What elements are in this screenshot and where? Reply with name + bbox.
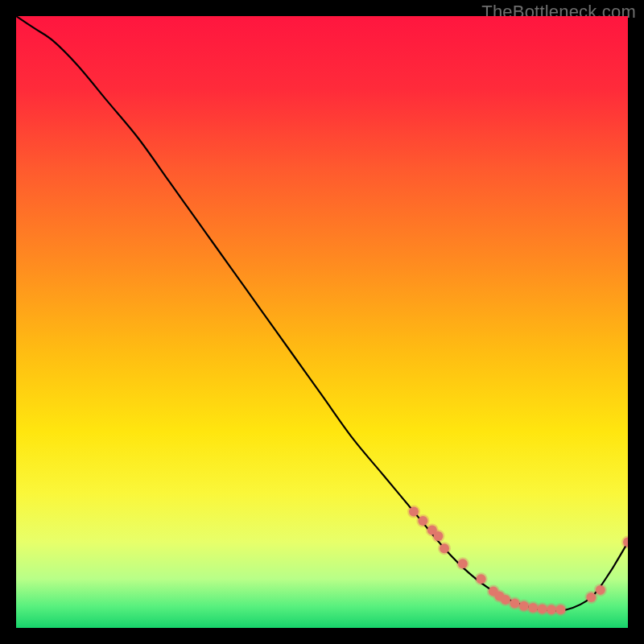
marker-dot: [440, 543, 449, 553]
marker-dot: [519, 601, 529, 611]
chart-stage: TheBottleneck.com: [0, 0, 644, 644]
marker-dot: [501, 595, 510, 605]
marker-dot: [596, 585, 605, 595]
marker-dot: [458, 559, 468, 568]
bottleneck-chart: [16, 16, 628, 628]
marker-dot: [547, 605, 556, 614]
marker-dot: [538, 604, 547, 613]
gradient-rect: [16, 16, 628, 628]
marker-dot: [409, 507, 419, 517]
marker-dot: [433, 531, 443, 541]
marker-dot: [510, 599, 519, 609]
marker-dot: [418, 516, 427, 526]
marker-dot: [555, 605, 565, 614]
marker-dot: [477, 574, 486, 584]
marker-dot: [528, 603, 538, 613]
marker-dot: [586, 592, 596, 602]
